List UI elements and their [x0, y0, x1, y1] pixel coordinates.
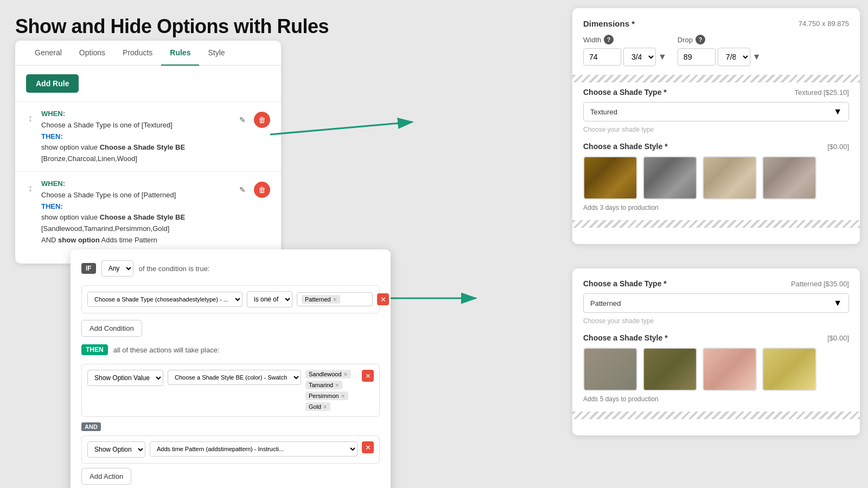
drag-handle-1[interactable]: ↕ [26, 108, 35, 124]
shade-style-title: Choose a Shade Style * [583, 142, 668, 151]
operator-select[interactable]: is one of [247, 291, 292, 307]
shade-type-placeholder-patterned: Choose your shade type [583, 317, 849, 325]
dimensions-header: Dimensions * 74.750 x 89.875 [583, 19, 849, 28]
remove-action-1-button[interactable]: ✕ [362, 370, 374, 382]
width-input[interactable] [583, 48, 621, 66]
if-badge: IF [81, 263, 96, 274]
shade-type-title: Choose a Shade Type * [583, 88, 667, 97]
then-badge: THEN [81, 344, 108, 355]
swatch-grid-patterned [583, 348, 849, 391]
dropdown-arrow-icon: ▼ [833, 107, 842, 117]
shade-type-dropdown-patterned[interactable]: Patterned ▼ [583, 293, 849, 313]
when-label-1: WHEN: [41, 110, 65, 118]
swatch-wood[interactable] [762, 156, 816, 200]
rule-actions-1: ✎ 🗑 [234, 108, 270, 128]
zigzag-patterned [572, 412, 860, 419]
shade-style-title-patterned: Choose a Shade Style * [583, 333, 668, 342]
tag-input[interactable]: Patterned ✕ [297, 292, 373, 306]
persimmon-tag: Persimmon ✕ [305, 391, 348, 400]
swatch-charcoal[interactable] [643, 156, 697, 200]
width-group: Width ? 3/4 ▼ [583, 35, 667, 66]
drop-group: Drop ? 7/8 ▼ [678, 35, 761, 66]
rule-text-1: WHEN: Choose a Shade Type is one of [Tex… [41, 108, 228, 165]
then-text-2: show option value Choose a Shade Style B… [41, 212, 228, 235]
tab-rules[interactable]: Rules [161, 41, 199, 66]
shade-type-section-textured: Choose a Shade Type * Textured [$25.10] … [583, 88, 849, 133]
delete-rule-2-button[interactable]: 🗑 [254, 182, 270, 198]
shade-style-price-patterned: [$0.00] [827, 334, 849, 342]
when-text-2: Choose a Shade Type is one of [Patterned… [41, 190, 228, 201]
and-separator: AND [81, 421, 380, 431]
shade-type-header: Choose a Shade Type * Textured [$25.10] [583, 88, 849, 97]
action-target-select[interactable]: Choose a Shade Style BE (color) - Swatch [168, 370, 301, 385]
drag-handle-2[interactable]: ↕ [26, 178, 35, 194]
add-condition-button[interactable]: Add Condition [81, 320, 142, 337]
rule-item-1: ↕ WHEN: Choose a Shade Type is one of [T… [15, 101, 281, 171]
shade-type-price: Textured [$25.10] [795, 88, 850, 97]
drop-dropdown-icon: ▼ [752, 52, 761, 62]
when-label-2: WHEN: [41, 179, 65, 188]
tab-style[interactable]: Style [199, 41, 233, 66]
shade-type-price-patterned: Patterned [$35.00] [791, 280, 849, 288]
tab-options[interactable]: Options [71, 41, 114, 66]
any-select[interactable]: Any [101, 260, 133, 277]
action2-type-select[interactable]: Show Option [87, 441, 145, 458]
page-title: Show and Hide Options with Rules [15, 15, 329, 38]
then-label-2: THEN: [41, 202, 63, 210]
zigzag-top [572, 75, 860, 82]
gold-tag: Gold ✕ [305, 402, 330, 411]
swatch-gold[interactable] [762, 348, 816, 391]
width-label: Width ? [583, 35, 667, 44]
condition-row: Choose a Shade Type (choseashadestyletyp… [81, 285, 380, 313]
condition-text: of the condition is true: [139, 265, 210, 273]
shade-style-notice-patterned: Adds 5 days to production [583, 395, 849, 403]
product-panel-patterned: Choose a Shade Type * Patterned [$35.00]… [572, 268, 860, 435]
remove-sandlewood-tag[interactable]: ✕ [343, 371, 348, 377]
swatch-bronze[interactable] [583, 156, 637, 200]
dimensions-title: Dimensions * [583, 19, 635, 28]
drop-help-icon[interactable]: ? [695, 35, 705, 44]
rules-panel: General Options Products Rules Style Add… [15, 41, 281, 264]
if-row: IF Any of the condition is true: [81, 260, 380, 277]
shade-type-title-patterned: Choose a Shade Type * [583, 279, 667, 288]
swatch-tamarind[interactable] [643, 348, 697, 391]
swatch-persimmon[interactable] [703, 348, 757, 391]
then-section: THEN all of these actions will take plac… [81, 344, 380, 355]
swatch-sandlewood[interactable] [583, 348, 637, 391]
and-badge: AND [81, 422, 101, 431]
remove-gold-tag[interactable]: ✕ [323, 404, 327, 410]
tab-products[interactable]: Products [114, 41, 161, 66]
drop-label: Drop ? [678, 35, 761, 44]
remove-patterned-tag[interactable]: ✕ [333, 297, 337, 303]
remove-condition-button[interactable]: ✕ [377, 293, 389, 305]
then-row: THEN all of these actions will take plac… [81, 344, 380, 355]
add-action-button[interactable]: Add Action [81, 468, 131, 485]
remove-persimmon-tag[interactable]: ✕ [341, 393, 345, 399]
and-text-2: AND show option Adds time Pattern [41, 235, 228, 246]
shade-type-dropdown[interactable]: Textured ▼ [583, 102, 849, 121]
drop-inputs: 7/8 ▼ [678, 48, 761, 66]
drop-fraction-select[interactable]: 7/8 [718, 48, 750, 66]
shade-type-value-patterned: Patterned [590, 299, 621, 307]
remove-action-2-button[interactable]: ✕ [362, 441, 374, 453]
swatch-linen[interactable] [703, 156, 757, 200]
action-row-1: Show Option Value Choose a Shade Style B… [81, 364, 380, 417]
rule-text-2: WHEN: Choose a Shade Type is one of [Pat… [41, 178, 228, 246]
width-help-icon[interactable]: ? [604, 35, 614, 44]
shade-style-section-patterned: Choose a Shade Style * [$0.00] Adds 5 da… [583, 333, 849, 403]
tab-general[interactable]: General [26, 41, 71, 66]
condition-field-select[interactable]: Choose a Shade Type (choseashadestyletyp… [87, 292, 242, 307]
remove-tamarind-tag[interactable]: ✕ [335, 382, 339, 388]
patterned-tag: Patterned ✕ [302, 295, 340, 304]
edit-rule-1-button[interactable]: ✎ [234, 112, 251, 128]
edit-rule-2-button[interactable]: ✎ [234, 182, 251, 198]
delete-rule-1-button[interactable]: 🗑 [254, 112, 270, 128]
shade-type-section-patterned: Choose a Shade Type * Patterned [$35.00]… [583, 279, 849, 325]
add-rule-button[interactable]: Add Rule [26, 74, 79, 93]
width-fraction-select[interactable]: 3/4 [623, 48, 656, 66]
zigzag-bottom [572, 220, 860, 228]
drop-input[interactable] [678, 48, 716, 66]
action2-target-select[interactable]: Adds time Pattern (addstimepattern) - In… [150, 441, 358, 457]
tabs: General Options Products Rules Style [15, 41, 281, 66]
action-type-select[interactable]: Show Option Value [87, 370, 163, 386]
